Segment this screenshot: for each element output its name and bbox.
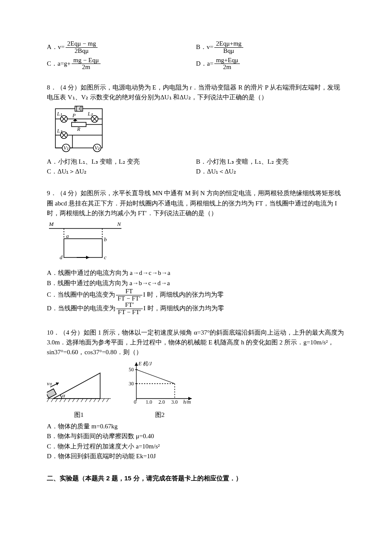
fraction: 2Eqμ − mg2Bqμ	[66, 40, 98, 55]
svg-line-57	[94, 399, 96, 402]
svg-line-50	[64, 399, 66, 402]
fraction: mg − Eqμ2m	[72, 57, 101, 71]
section-title: 二、实验题（本题共 2 题，15 分，请完成在答题卡上的相应位置．）	[47, 474, 242, 482]
svg-rect-1	[75, 106, 83, 111]
svg-line-51	[68, 399, 70, 402]
svg-text:c: c	[104, 254, 107, 260]
svg-line-58	[98, 399, 100, 402]
svg-text:d: d	[60, 254, 63, 260]
question-9: 9．（4 分）如图所示，水平长直导线 MN 中通有 M 到 N 方向的恒定电流，…	[47, 188, 345, 316]
fraction: FTFT − FT′	[116, 288, 142, 302]
option-7B: B．v=2Eqμ+mgBqμ	[196, 40, 345, 55]
option-10B: B．物体与斜面间的动摩擦因数 μ=0.40	[47, 431, 345, 441]
option-8B: B．小灯泡 L₃ 变暗，L₁、L₂ 变亮	[196, 157, 345, 167]
svg-text:L₁: L₁	[57, 111, 62, 117]
svg-line-54	[81, 399, 83, 402]
svg-marker-36	[86, 256, 89, 259]
svg-text:3.0: 3.0	[171, 399, 178, 405]
wire-loop-diagram: M N a b c d	[47, 221, 345, 266]
svg-text:2.0: 2.0	[159, 399, 165, 405]
svg-text:N: N	[117, 221, 121, 227]
svg-line-52	[72, 399, 75, 402]
svg-text:V₂: V₂	[95, 145, 100, 151]
fraction: mg+Eqμ2m	[214, 57, 240, 71]
option-9B: B．线圈中通过的电流方向为 a→b→c→d→a	[47, 278, 345, 288]
svg-rect-34	[64, 239, 102, 257]
loop-svg: M N a b c d	[47, 221, 124, 263]
question-stem: 9．（4 分）如图所示，水平长直导线 MN 中通有 M 到 N 方向的恒定电流，…	[47, 188, 345, 218]
opt-text: A．v=	[47, 43, 65, 50]
opt-text: C．a=g+	[47, 60, 71, 66]
svg-text:1.0: 1.0	[146, 399, 152, 405]
question-8: 8．（4 分）如图所示，电源电动势为 E，内电阻为 r．当滑动变阻器 R 的滑片…	[47, 83, 345, 176]
svg-text:P: P	[72, 113, 76, 119]
svg-text:α: α	[62, 392, 66, 399]
opt-text: B．v=	[196, 43, 213, 50]
svg-line-55	[85, 399, 87, 402]
figure-2-caption: 图2	[124, 410, 196, 420]
option-9C: C．当线圈中的电流变为FTFT − FT′I 时，两细线内的张力均为零	[47, 288, 345, 302]
option-7C: C．a=g+mg − Eqμ2m	[47, 57, 196, 71]
svg-line-48	[55, 399, 58, 402]
option-7D: D．a=mg+Eqμ2m	[196, 57, 345, 71]
svg-marker-68	[135, 362, 138, 366]
svg-line-59	[102, 399, 104, 402]
svg-text:R: R	[77, 126, 81, 132]
svg-text:b: b	[104, 236, 107, 243]
option-8A: A．小灯泡 L₁、L₃ 变暗，L₂ 变亮	[47, 157, 196, 167]
svg-text:V₁: V₁	[63, 145, 69, 151]
option-8C: C．ΔU₁＞ΔU₂	[47, 167, 196, 176]
figure-1-caption: 图1	[47, 410, 111, 420]
question-stem: 10．（4 分）如图 1 所示，物体以一定初速度从倾角 α=37°的斜面底端沿斜…	[47, 328, 345, 358]
svg-text:L₃: L₃	[57, 128, 63, 134]
svg-line-56	[89, 399, 92, 402]
circuit-svg: L₁ P L₂ R L₃ V₁ V₂	[47, 105, 111, 152]
svg-line-60	[107, 399, 109, 402]
svg-text:v₀: v₀	[47, 380, 52, 387]
svg-text:30: 30	[129, 381, 134, 387]
figure-2: E 机/J 50 30 0 1.0 2.0 3.0 h/m 图2	[124, 360, 196, 420]
option-10A: A．物体的质量 m=0.67kg	[47, 422, 345, 431]
svg-line-69	[136, 370, 175, 384]
question-stem: 8．（4 分）如图所示，电源电动势为 E，内电阻为 r．当滑动变阻器 R 的滑片…	[47, 83, 345, 103]
figure-1: v₀ α 图1	[47, 367, 111, 420]
svg-text:h/m: h/m	[183, 399, 191, 405]
question-7-options: A．v=2Eqμ − mg2Bqμ B．v=2Eqμ+mgBqμ C．a=g+m…	[47, 40, 345, 71]
fraction: 2Eqμ+mgBqμ	[214, 40, 243, 55]
svg-text:E 机/J: E 机/J	[138, 361, 152, 367]
option-8D: D．ΔU₁＜ΔU₂	[196, 167, 345, 176]
option-10D: D．物体回到斜面底端时的动能 Ek=10J	[47, 451, 345, 461]
svg-line-47	[51, 399, 53, 402]
section-2-heading: 二、实验题（本题共 2 题，15 分，请完成在答题卡上的相应位置．）	[47, 473, 345, 483]
fraction: FT′FT − FT′	[116, 302, 143, 316]
option-10C: C．物体上升过程的加速度大小 a=10m/s²	[47, 442, 345, 451]
svg-text:a: a	[66, 233, 69, 239]
svg-text:L₂: L₂	[87, 111, 93, 117]
question-10: 10．（4 分）如图 1 所示，物体以一定初速度从倾角 α=37°的斜面底端沿斜…	[47, 328, 345, 461]
svg-line-49	[60, 399, 62, 402]
option-9D: D．当线圈中的电流变为FT′FT − FT′I 时，两细线内的张力均为零	[47, 302, 345, 316]
option-7A: A．v=2Eqμ − mg2Bqμ	[47, 40, 196, 55]
svg-line-53	[77, 399, 79, 402]
svg-text:0: 0	[134, 399, 136, 405]
svg-text:M: M	[49, 221, 54, 227]
svg-rect-44	[47, 389, 56, 398]
figures-row: v₀ α 图1 E 机/J 50 30	[47, 360, 345, 420]
circuit-diagram: L₁ P L₂ R L₃ V₁ V₂	[47, 105, 345, 155]
opt-text: D．a=	[196, 60, 213, 66]
svg-line-46	[47, 399, 49, 402]
option-9A: A．线圈中通过的电流方向为 a→d→c→b→a	[47, 268, 345, 278]
svg-text:50: 50	[129, 367, 134, 373]
